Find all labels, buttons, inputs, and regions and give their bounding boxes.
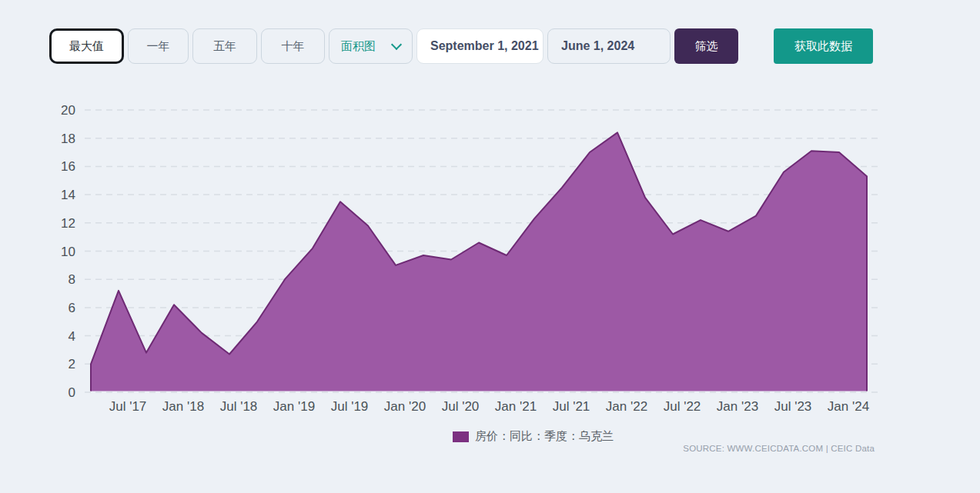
source-attribution: SOURCE: WWW.CEICDATA.COM | CEIC Data (683, 444, 875, 453)
legend-item[interactable]: 房价：同比：季度：乌克兰 (453, 429, 614, 444)
y-axis-tick-label: 2 (69, 357, 75, 371)
toolbar: 最大值 一年 五年 十年 面积图 筛选 获取此数据 (49, 28, 873, 64)
filter-button[interactable]: 筛选 (674, 28, 738, 64)
ceic-chart-page: 最大值 一年 五年 十年 面积图 筛选 获取此数据 02468101214161… (0, 0, 980, 493)
chart-type-select[interactable]: 面积图 (329, 28, 413, 64)
range-button-1-year[interactable]: 一年 (128, 28, 189, 64)
range-button-5-year[interactable]: 五年 (192, 28, 257, 64)
y-axis-tick-label: 16 (61, 159, 75, 174)
x-axis-tick-label: Jul '17 (109, 399, 147, 414)
x-axis-tick-label: Jan '21 (495, 399, 537, 414)
y-axis-tick-label: 14 (61, 188, 75, 202)
y-axis-tick-label: 12 (61, 216, 75, 231)
x-axis-tick-label: Jul '18 (220, 399, 258, 414)
x-axis-tick-label: Jan '19 (273, 399, 315, 414)
x-axis-tick-label: Jan '24 (828, 399, 869, 414)
get-data-button[interactable]: 获取此数据 (774, 28, 873, 64)
y-axis-tick-label: 0 (69, 385, 75, 400)
range-button-max[interactable]: 最大值 (49, 28, 124, 64)
legend-label: 房价：同比：季度：乌克兰 (475, 429, 614, 444)
x-axis-tick-label: Jul '20 (442, 399, 480, 414)
x-axis-tick-label: Jul '21 (553, 399, 590, 414)
y-axis-tick-label: 6 (69, 301, 75, 315)
y-axis-tick-label: 8 (69, 272, 75, 287)
area-series-fill[interactable] (91, 132, 867, 391)
x-axis-tick-label: Jan '23 (717, 399, 758, 414)
chevron-down-icon (391, 38, 402, 49)
x-axis-tick-label: Jan '18 (162, 399, 204, 414)
chart-type-value: 面积图 (341, 39, 376, 54)
x-axis-tick-label: Jul '22 (664, 399, 701, 414)
x-axis-tick-label: Jan '22 (606, 399, 647, 414)
y-axis-tick-label: 10 (61, 245, 75, 259)
y-axis-tick-label: 4 (69, 329, 75, 344)
y-axis-tick-label: 20 (61, 103, 75, 118)
start-date-input[interactable] (416, 28, 544, 64)
x-axis-tick-label: Jan '20 (384, 399, 426, 414)
end-date-input[interactable] (547, 28, 671, 64)
range-button-10-year[interactable]: 十年 (261, 28, 325, 64)
x-axis-tick-label: Jul '19 (331, 399, 369, 414)
area-chart[interactable]: 02468101214161820Jul '17Jan '18Jul '18Ja… (0, 0, 980, 493)
x-axis-tick-label: Jul '23 (774, 399, 812, 414)
legend-swatch-icon (453, 431, 469, 442)
y-axis-tick-label: 18 (61, 132, 75, 146)
